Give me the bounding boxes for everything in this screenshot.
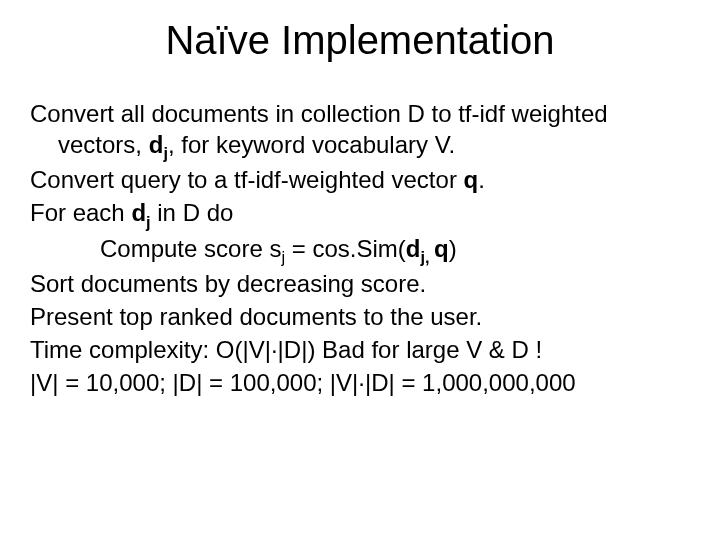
- subscript-j: j,: [420, 248, 434, 266]
- line-8: |V| = 10,000; |D| = 100,000; |V|·|D| = 1…: [30, 368, 690, 399]
- line-6: Present top ranked documents to the user…: [30, 302, 690, 333]
- slide-title: Naïve Implementation: [30, 18, 690, 63]
- text: Convert query to a tf-idf-weighted vecto…: [30, 166, 464, 193]
- text: ): [449, 235, 457, 262]
- var-q: q: [464, 166, 479, 193]
- subscript-j: j: [146, 213, 151, 231]
- slide-body: Convert all documents in collection D to…: [30, 99, 690, 398]
- subscript-j: j: [281, 248, 285, 266]
- text: For each: [30, 199, 131, 226]
- var-d: d: [406, 235, 421, 262]
- line-1: Convert all documents in collection D to…: [30, 99, 690, 163]
- line-2: Convert query to a tf-idf-weighted vecto…: [30, 165, 690, 196]
- text: Convert all documents in collection D to…: [30, 100, 505, 127]
- text: = cos.Sim(: [285, 235, 406, 262]
- var-d: d: [131, 199, 146, 226]
- text: Compute score s: [100, 235, 281, 262]
- line-3: For each dj in D do: [30, 198, 690, 232]
- text: .: [478, 166, 485, 193]
- text: in D do: [151, 199, 234, 226]
- var-q: q: [434, 235, 449, 262]
- line-7: Time complexity: O(|V|·|D|) Bad for larg…: [30, 335, 690, 366]
- slide: Naïve Implementation Convert all documen…: [0, 0, 720, 540]
- text: , for keyword vocabulary V.: [168, 131, 455, 158]
- line-4: Compute score sj = cos.Sim(dj, q): [30, 234, 690, 268]
- var-d: d: [149, 131, 164, 158]
- line-5: Sort documents by decreasing score.: [30, 269, 690, 300]
- subscript-j: j: [163, 144, 168, 162]
